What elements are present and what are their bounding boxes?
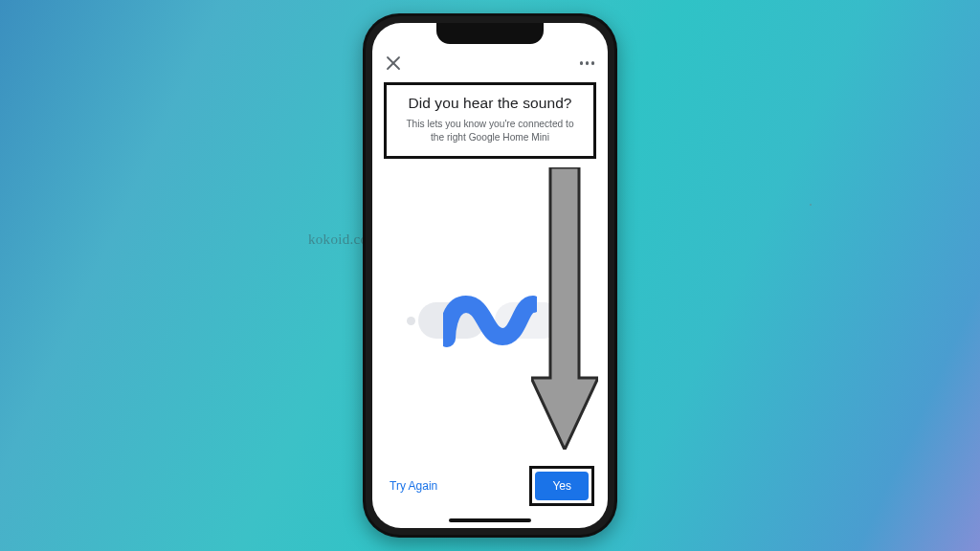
yes-button-highlight: Yes <box>529 466 594 506</box>
title-block-highlight: Did you hear the sound? This lets you kn… <box>384 82 596 159</box>
decorative-dot <box>810 204 812 206</box>
page-title: Did you hear the sound? <box>396 95 584 112</box>
phone-frame: Did you hear the sound? This lets you kn… <box>363 13 617 538</box>
sound-wave-illustration <box>409 287 571 354</box>
home-indicator <box>449 518 531 522</box>
close-icon[interactable] <box>386 55 401 71</box>
sound-wave-icon <box>443 293 537 348</box>
sound-dot-left <box>407 317 415 325</box>
yes-button[interactable]: Yes <box>535 472 589 500</box>
bottom-action-bar: Try Again Yes <box>386 467 594 505</box>
page-subtitle: This lets you know you're connected to t… <box>396 118 584 144</box>
more-options-icon[interactable] <box>580 61 595 65</box>
sound-dot-right <box>565 317 573 325</box>
page-background: kokoid.com Did you hear the sound? <box>0 0 980 551</box>
try-again-button[interactable]: Try Again <box>386 474 441 498</box>
app-top-bar <box>386 52 594 75</box>
phone-screen: Did you hear the sound? This lets you kn… <box>372 23 608 528</box>
phone-notch <box>436 23 544 44</box>
